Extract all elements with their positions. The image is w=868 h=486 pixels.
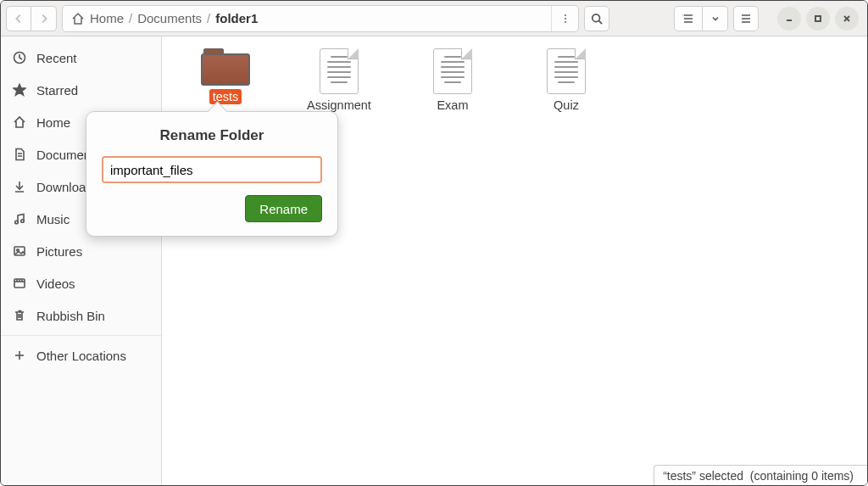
nav-buttons	[6, 6, 57, 31]
rename-button[interactable]: Rename	[245, 195, 322, 222]
rename-input[interactable]	[102, 156, 322, 183]
path-bar: Home / Documents / folder1	[62, 5, 579, 32]
file-item-document[interactable]: Exam	[415, 48, 491, 113]
sidebar-item-starred[interactable]: Starred	[1, 74, 161, 106]
maximize-button[interactable]	[806, 7, 830, 31]
close-button[interactable]	[835, 7, 859, 31]
back-button[interactable]	[6, 6, 31, 31]
sidebar: Recent Starred Home Documents Downloads …	[1, 36, 162, 485]
rename-title: Rename Folder	[102, 127, 322, 144]
file-item-folder[interactable]: tests	[187, 48, 264, 113]
sidebar-item-label: Music	[36, 212, 70, 226]
path-seg-0[interactable]: Home	[90, 11, 124, 25]
svg-point-0	[565, 14, 566, 16]
sidebar-item-videos[interactable]: Videos	[1, 267, 161, 299]
svg-point-1	[565, 18, 566, 20]
sidebar-item-label: Starred	[36, 83, 78, 98]
status-bar: “tests” selected (containing 0 items)	[654, 465, 867, 485]
toolbar: Home / Documents / folder1	[1, 1, 867, 36]
sidebar-item-recent[interactable]: Recent	[1, 42, 161, 74]
file-item-label: Exam	[433, 98, 471, 113]
svg-point-2	[565, 21, 566, 23]
svg-line-4	[599, 20, 603, 24]
path-sep: /	[129, 11, 132, 25]
home-icon	[71, 12, 85, 25]
document-icon	[320, 48, 359, 94]
sidebar-item-label: Home	[36, 115, 70, 130]
sidebar-item-label: Pictures	[36, 244, 82, 259]
sidebar-item-label: Rubbish Bin	[36, 309, 105, 323]
svg-point-3	[593, 14, 600, 21]
forward-button[interactable]	[31, 6, 57, 31]
document-icon	[433, 48, 472, 94]
file-item-document[interactable]: Quiz	[528, 48, 604, 113]
path-menu-button[interactable]	[551, 6, 578, 31]
path-seg-1[interactable]: Documents	[137, 11, 202, 25]
view-dropdown-button[interactable]	[703, 6, 728, 31]
sidebar-item-trash[interactable]: Rubbish Bin	[1, 299, 161, 332]
sidebar-separator	[1, 335, 161, 336]
status-text: “tests” selected (containing 0 items)	[663, 469, 854, 483]
svg-point-22	[15, 221, 19, 224]
svg-rect-13	[815, 16, 821, 21]
sidebar-item-pictures[interactable]: Pictures	[1, 235, 161, 267]
file-content-area[interactable]: tests Assignment Exam	[162, 36, 867, 485]
path-seg-2[interactable]: folder1	[215, 11, 258, 25]
window-controls	[772, 7, 862, 31]
file-item-document[interactable]: Assignment	[301, 48, 377, 113]
sidebar-item-other-locations[interactable]: Other Locations	[1, 339, 161, 371]
sidebar-item-label: Videos	[36, 277, 75, 291]
hamburger-menu-button[interactable]	[733, 6, 759, 31]
svg-point-23	[21, 220, 25, 223]
sidebar-item-label: Other Locations	[36, 349, 126, 363]
path-segments[interactable]: Home / Documents / folder1	[63, 11, 551, 25]
svg-marker-17	[14, 85, 25, 96]
document-icon	[547, 48, 586, 94]
sidebar-item-label: Recent	[36, 51, 77, 65]
minimize-button[interactable]	[777, 7, 801, 31]
search-button[interactable]	[584, 6, 609, 31]
folder-icon	[201, 48, 250, 86]
path-sep: /	[207, 11, 210, 25]
file-item-label: tests	[209, 89, 242, 104]
rename-popover: Rename Folder Rename	[86, 111, 338, 237]
list-view-button[interactable]	[674, 6, 703, 31]
file-item-label: Quiz	[550, 98, 582, 113]
view-toggle	[674, 6, 728, 31]
